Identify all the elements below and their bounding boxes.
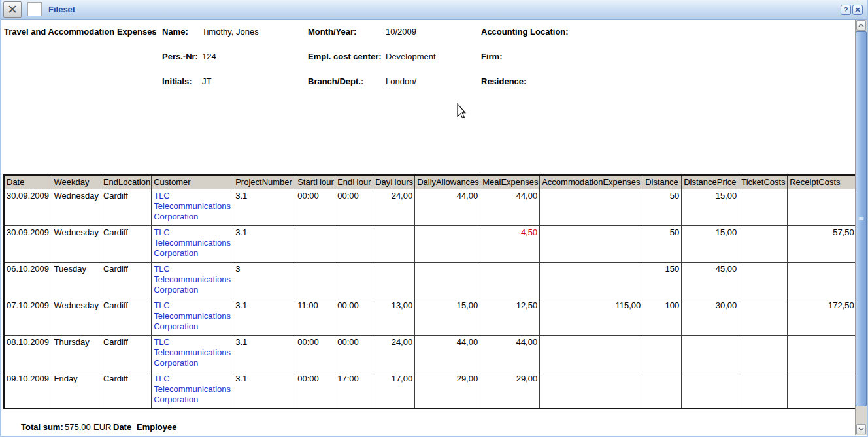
cell-distanceprice bbox=[682, 335, 739, 372]
cell-projectnumber: 3.1 bbox=[233, 372, 295, 408]
accounting-location-label: Accounting Location: bbox=[481, 27, 569, 37]
month-year-label: Month/Year: bbox=[308, 27, 356, 37]
cell-accommodationexpenses bbox=[540, 335, 643, 372]
column-header-receiptcosts: ReceiptCosts bbox=[788, 175, 857, 189]
cell-dayhours bbox=[373, 262, 415, 299]
cell-projectnumber: 3 bbox=[233, 262, 295, 299]
cell-endlocation: Cardiff bbox=[101, 335, 151, 372]
date-signature-label: Date bbox=[113, 422, 131, 432]
close-icon[interactable]: ✕ bbox=[852, 5, 863, 15]
total-sum-value: 575,00 bbox=[65, 422, 91, 432]
employee-signature-label: Employee bbox=[137, 422, 176, 432]
customer-link[interactable]: TLC Telecommunications Corporation bbox=[154, 300, 231, 331]
fileset-window: ✕ Fileset ? ✕ Travel and Accommodation E… bbox=[0, 0, 868, 437]
cell-weekday: Wednesday bbox=[52, 225, 101, 262]
titlebar: ✕ Fileset ? ✕ bbox=[1, 0, 867, 20]
name-value: Timothy, Jones bbox=[202, 27, 259, 37]
cell-distanceprice: 15,00 bbox=[682, 225, 739, 262]
cell-customer: TLC Telecommunications Corporation bbox=[152, 335, 233, 372]
customer-link[interactable]: TLC Telecommunications Corporation bbox=[154, 264, 231, 295]
cell-customer: TLC Telecommunications Corporation bbox=[152, 299, 233, 335]
cell-date: 30.09.2009 bbox=[4, 189, 52, 225]
column-header-distance: Distance bbox=[643, 175, 682, 189]
cell-distance: 150 bbox=[643, 262, 682, 299]
cell-endhour: 00:00 bbox=[335, 299, 373, 335]
cell-starthour: 00:00 bbox=[295, 189, 335, 225]
cell-distance bbox=[643, 372, 682, 408]
cell-distance: 50 bbox=[643, 189, 682, 225]
name-label: Name: bbox=[162, 27, 188, 37]
table-row: 30.09.2009WednesdayCardiffTLC Telecommun… bbox=[4, 225, 857, 262]
cell-endhour: 00:00 bbox=[335, 189, 373, 225]
cell-customer: TLC Telecommunications Corporation bbox=[152, 262, 233, 299]
cell-distanceprice: 30,00 bbox=[682, 299, 739, 335]
cell-projectnumber: 3.1 bbox=[233, 225, 295, 262]
cell-mealexpenses bbox=[480, 262, 540, 299]
cell-dayhours bbox=[373, 225, 415, 262]
customer-link[interactable]: TLC Telecommunications Corporation bbox=[154, 191, 231, 221]
residence-label: Residence: bbox=[481, 76, 526, 86]
cell-distance: 50 bbox=[643, 225, 682, 262]
table-row: 09.10.2009FridayCardiffTLC Telecommunica… bbox=[4, 372, 857, 408]
cell-distanceprice: 45,00 bbox=[682, 262, 739, 299]
customer-link[interactable]: TLC Telecommunications Corporation bbox=[154, 337, 231, 368]
cell-ticketcosts bbox=[739, 299, 788, 335]
window-menu-close-icon[interactable]: ✕ bbox=[3, 1, 22, 18]
cell-starthour bbox=[295, 225, 335, 262]
customer-link[interactable]: TLC Telecommunications Corporation bbox=[154, 374, 231, 404]
cell-distanceprice: 15,00 bbox=[682, 189, 739, 225]
table-row: 08.10.2009ThursdayCardiffTLC Telecommuni… bbox=[4, 335, 857, 372]
total-sum-label: Total sum: bbox=[21, 422, 63, 432]
cell-projectnumber: 3.1 bbox=[233, 299, 295, 335]
scrollbar-thumb[interactable] bbox=[856, 31, 867, 406]
column-header-starthour: StartHour bbox=[295, 175, 335, 189]
cell-distance: 100 bbox=[643, 299, 682, 335]
expenses-table: DateWeekdayEndLocationCustomerProjectNum… bbox=[3, 174, 858, 409]
cell-receiptcosts: 172,50 bbox=[788, 299, 857, 335]
column-header-projectnumber: ProjectNumber bbox=[233, 175, 295, 189]
window-title: Fileset bbox=[48, 0, 75, 19]
cell-dailyallowances: 15,00 bbox=[415, 299, 480, 335]
column-header-endhour: EndHour bbox=[335, 175, 373, 189]
cell-customer: TLC Telecommunications Corporation bbox=[152, 372, 233, 408]
cell-endhour: 00:00 bbox=[335, 335, 373, 372]
cell-dayhours: 13,00 bbox=[373, 299, 415, 335]
cell-starthour: 00:00 bbox=[295, 372, 335, 408]
cell-mealexpenses: 44,00 bbox=[480, 189, 540, 225]
month-year-value: 10/2009 bbox=[386, 27, 416, 37]
cell-date: 06.10.2009 bbox=[4, 262, 52, 299]
cell-starthour: 11:00 bbox=[295, 299, 335, 335]
cell-mealexpenses: 12,50 bbox=[480, 299, 540, 335]
customer-link[interactable]: TLC Telecommunications Corporation bbox=[154, 227, 231, 258]
cell-weekday: Wednesday bbox=[52, 299, 101, 335]
vertical-scrollbar[interactable] bbox=[855, 20, 867, 435]
cell-projectnumber: 3.1 bbox=[233, 189, 295, 225]
cell-ticketcosts bbox=[739, 372, 788, 408]
mouse-cursor-icon bbox=[457, 103, 467, 123]
column-header-distanceprice: DistancePrice bbox=[682, 175, 739, 189]
table-row: 06.10.2009TuesdayCardiffTLC Telecommunic… bbox=[4, 262, 857, 299]
cell-endlocation: Cardiff bbox=[101, 225, 151, 262]
table-row: 07.10.2009WednesdayCardiffTLC Telecommun… bbox=[4, 299, 857, 335]
cell-mealexpenses: 29,00 bbox=[480, 372, 540, 408]
scrollbar-grip bbox=[859, 217, 863, 221]
cell-receiptcosts bbox=[788, 189, 857, 225]
scroll-down-icon[interactable] bbox=[856, 424, 866, 434]
column-header-mealexpenses: MealExpenses bbox=[480, 175, 540, 189]
cell-weekday: Wednesday bbox=[52, 189, 101, 225]
cell-dailyallowances: 44,00 bbox=[415, 189, 480, 225]
cell-date: 30.09.2009 bbox=[4, 225, 52, 262]
cell-endhour bbox=[335, 225, 373, 262]
table-body: 30.09.2009WednesdayCardiffTLC Telecommun… bbox=[4, 189, 857, 408]
cell-accommodationexpenses bbox=[540, 189, 643, 225]
cell-dayhours: 17,00 bbox=[373, 372, 415, 408]
table-row: 30.09.2009WednesdayCardiffTLC Telecommun… bbox=[4, 189, 857, 225]
cell-dailyallowances bbox=[415, 262, 480, 299]
cell-projectnumber: 3.1 bbox=[233, 335, 295, 372]
cell-endlocation: Cardiff bbox=[101, 372, 151, 408]
scroll-up-icon[interactable] bbox=[856, 20, 866, 31]
cell-ticketcosts bbox=[739, 189, 788, 225]
currency-label: EUR bbox=[93, 422, 111, 432]
cell-dailyallowances: 44,00 bbox=[415, 335, 480, 372]
help-icon[interactable]: ? bbox=[841, 5, 851, 15]
